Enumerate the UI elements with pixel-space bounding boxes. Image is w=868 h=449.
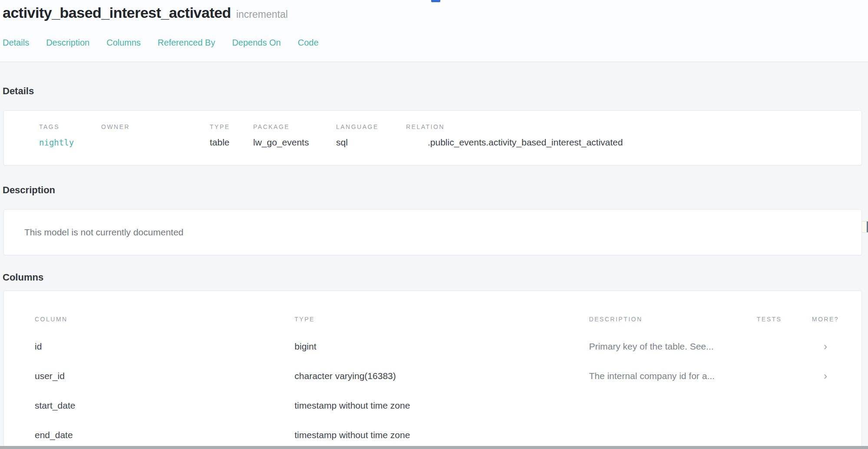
tab-description[interactable]: Description — [46, 37, 89, 48]
type-value: table — [210, 137, 253, 148]
column-type-cell: character varying(16383) — [294, 371, 589, 381]
title-row: activity_based_interest_activated increm… — [3, 4, 868, 21]
row-expand-chevron[interactable]: › — [811, 371, 840, 381]
column-description-cell: The internal company id for a... — [589, 371, 756, 381]
tags-label: TAGS — [39, 124, 101, 130]
header-column: COLUMN — [35, 316, 294, 322]
detail-field-tags: TAGS nightly — [39, 124, 101, 148]
column-type-cell: bigint — [294, 341, 589, 352]
header-tests: TESTS — [757, 316, 811, 322]
type-label: TYPE — [210, 124, 253, 130]
column-type-cell: timestamp without time zone — [294, 400, 589, 411]
owner-label: OWNER — [101, 124, 210, 130]
details-card: TAGS nightly OWNER TYPE table PACKAGE lw… — [3, 110, 862, 165]
table-row-id[interactable]: id bigint Primary key of the table. See.… — [35, 332, 840, 361]
tab-columns[interactable]: Columns — [106, 37, 141, 48]
columns-section-heading: Columns — [3, 273, 868, 282]
column-name-cell: id — [35, 341, 294, 352]
package-value: lw_go_events — [253, 137, 336, 148]
tab-code[interactable]: Code — [298, 37, 319, 48]
column-name-cell: user_id — [35, 371, 294, 381]
detail-field-owner: OWNER — [101, 124, 210, 148]
package-label: PACKAGE — [253, 124, 336, 130]
column-description-cell: Primary key of the table. See... — [589, 341, 756, 352]
section-tabs: Details Description Columns Referenced B… — [3, 37, 319, 48]
tag-nightly[interactable]: nightly — [39, 137, 101, 148]
details-fields: TAGS nightly OWNER TYPE table PACKAGE lw… — [39, 124, 853, 148]
materialization-badge: incremental — [236, 9, 288, 20]
column-type-cell: timestamp without time zone — [294, 430, 589, 440]
header-type: TYPE — [294, 316, 589, 322]
detail-field-package: PACKAGE lw_go_events — [253, 124, 336, 148]
tab-depends-on[interactable]: Depends On — [232, 37, 281, 48]
row-expand-chevron[interactable]: › — [811, 341, 840, 352]
table-row-user-id[interactable]: user_id character varying(16383) The int… — [35, 361, 840, 391]
detail-field-type: TYPE table — [210, 124, 253, 148]
columns-table-header: COLUMN TYPE DESCRIPTION TESTS MORE? — [35, 316, 840, 322]
header-description: DESCRIPTION — [589, 316, 756, 322]
header-more: MORE? — [811, 316, 840, 322]
language-label: LANGUAGE — [336, 124, 406, 130]
description-card: This model is not currently documented — [3, 209, 862, 255]
details-section-heading: Details — [3, 62, 868, 96]
page-header: activity_based_interest_activated increm… — [0, 0, 868, 62]
column-name-cell: start_date — [35, 400, 294, 411]
detail-field-language: LANGUAGE sql — [336, 124, 406, 148]
detail-field-relation: RELATION .public_events.activity_based_i… — [406, 124, 853, 148]
columns-card: COLUMN TYPE DESCRIPTION TESTS MORE? id b… — [3, 291, 862, 449]
relation-label: RELATION — [406, 124, 853, 130]
column-name-cell: end_date — [35, 430, 294, 440]
table-row-start-date[interactable]: start_date timestamp without time zone — [35, 391, 840, 420]
clipped-blue-element — [431, 0, 440, 2]
description-body: This model is not currently documented — [24, 227, 184, 238]
relation-value: .public_events.activity_based_interest_a… — [406, 137, 853, 148]
clipped-edge-button[interactable] — [861, 221, 868, 233]
tab-referenced-by[interactable]: Referenced By — [158, 37, 215, 48]
language-value: sql — [336, 137, 406, 148]
table-row-end-date[interactable]: end_date timestamp without time zone — [35, 420, 840, 449]
model-title: activity_based_interest_activated — [3, 4, 231, 21]
description-section-heading: Description — [3, 185, 868, 195]
horizontal-scrollbar[interactable] — [0, 446, 868, 449]
tab-details[interactable]: Details — [3, 37, 29, 48]
